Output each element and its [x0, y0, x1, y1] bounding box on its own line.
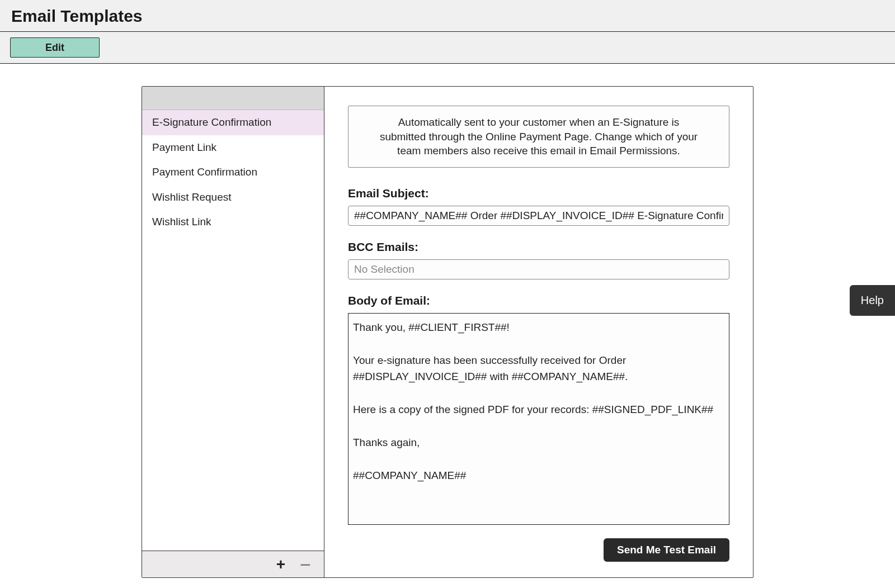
- bcc-label: BCC Emails:: [348, 240, 729, 254]
- sidebar-header-strip: [142, 87, 324, 110]
- edit-button[interactable]: Edit: [10, 37, 100, 58]
- content: Automatically sent to your customer when…: [324, 87, 753, 577]
- sidebar-list: E-Signature ConfirmationPayment LinkPaym…: [142, 110, 324, 551]
- minus-icon[interactable]: −: [298, 555, 313, 574]
- toolbar: Edit: [0, 32, 895, 64]
- main: E-Signature ConfirmationPayment LinkPaym…: [0, 64, 895, 588]
- sidebar-item-0[interactable]: E-Signature Confirmation: [142, 110, 324, 135]
- header: Email Templates: [0, 0, 895, 32]
- sidebar-item-4[interactable]: Wishlist Link: [142, 210, 324, 235]
- sidebar: E-Signature ConfirmationPayment LinkPaym…: [142, 87, 324, 577]
- plus-icon[interactable]: +: [274, 557, 288, 572]
- bcc-input[interactable]: [348, 259, 729, 279]
- sidebar-item-3[interactable]: Wishlist Request: [142, 185, 324, 210]
- body-input[interactable]: [348, 313, 729, 525]
- page-title: Email Templates: [11, 7, 884, 26]
- actions-row: Send Me Test Email: [348, 538, 729, 562]
- help-tab[interactable]: Help: [850, 285, 895, 316]
- panel: E-Signature ConfirmationPayment LinkPaym…: [142, 86, 753, 578]
- send-test-button[interactable]: Send Me Test Email: [604, 538, 729, 562]
- sidebar-item-1[interactable]: Payment Link: [142, 135, 324, 160]
- subject-label: Email Subject:: [348, 187, 729, 200]
- sidebar-item-2[interactable]: Payment Confirmation: [142, 160, 324, 185]
- sidebar-footer: + −: [142, 551, 324, 577]
- template-description: Automatically sent to your customer when…: [348, 106, 729, 168]
- body-label: Body of Email:: [348, 294, 729, 307]
- subject-input[interactable]: [348, 206, 729, 226]
